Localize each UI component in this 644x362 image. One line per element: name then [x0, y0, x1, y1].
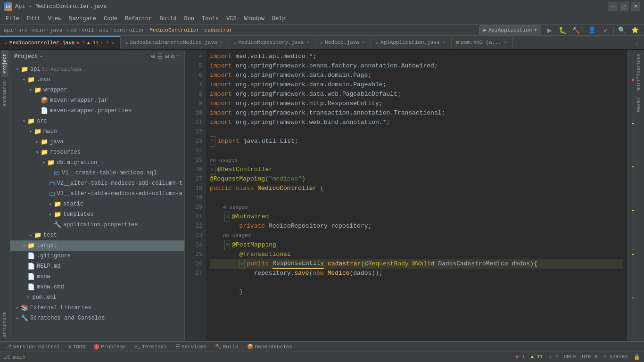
tabs-more-button[interactable]: ⋮	[632, 37, 642, 48]
menu-vcs[interactable]: VCS	[223, 15, 240, 23]
app-icon: ▶	[483, 27, 487, 33]
settings-button[interactable]: ⭐	[630, 25, 640, 35]
tree-item-external-libs[interactable]: ▸ 📚 External Libraries	[10, 303, 184, 313]
tree-item-api-root[interactable]: ▾ 📁 api C:\Api\api\api	[10, 64, 184, 74]
app-selector[interactable]: ▶ ApiApplication ▾	[479, 25, 541, 34]
tree-item-scratches[interactable]: ▸ 🔧 Scratches and Consoles	[10, 313, 184, 323]
tree-item-appprops[interactable]: 🔧 application.properties	[10, 220, 184, 230]
menu-navigate[interactable]: Navigate	[65, 15, 100, 23]
tab-medico[interactable]: ☕ Medico.java ✕	[315, 36, 371, 49]
tree-item-mvnwcmd[interactable]: 📄 mvnw.cmd	[10, 282, 184, 292]
tree-item-dbmigration[interactable]: ▾ 📁 db.migration	[10, 157, 184, 168]
tab-close-api[interactable]: ✕	[441, 39, 446, 46]
close-button[interactable]: ✕	[631, 2, 640, 11]
tree-item-mvn-jar[interactable]: 📦 maven-wrapper.jar	[10, 95, 184, 106]
breadcrumb-class[interactable]: MedicoController	[149, 27, 199, 33]
code-line-25	[210, 278, 623, 288]
tab-medicocontroller[interactable]: ☕ MedicoController.java ● 1 ▲ 11 ↓ 7 ✕	[0, 36, 121, 49]
sidebar-list-button[interactable]: ☰	[157, 52, 163, 60]
tab-close-medicocontroller[interactable]: ✕	[111, 40, 116, 46]
chevron-down-icon-sidebar[interactable]: ▾	[40, 54, 42, 59]
minimize-button[interactable]: ─	[608, 2, 618, 11]
profile-button[interactable]: 👤	[587, 25, 597, 35]
menu-view[interactable]: View	[44, 15, 66, 23]
tab-close-medico[interactable]: ✕	[361, 39, 366, 46]
menu-run[interactable]: Run	[180, 15, 198, 23]
maximize-button[interactable]: □	[619, 2, 629, 11]
tab-dadosdetalhamento[interactable]: ☕ DadosDetalhamentoMedico.java ✕	[121, 36, 229, 49]
status-encoding[interactable]: UTF-8	[582, 354, 597, 360]
breadcrumb-api[interactable]: api	[4, 27, 13, 33]
breadcrumb-src[interactable]: src	[18, 27, 27, 33]
tree-item-pomxml[interactable]: m pom.xml	[10, 292, 184, 303]
tree-item-v3-sql[interactable]: 🗃 V3__alter-table-medicos-add-collumn-a	[10, 189, 184, 199]
terminal-icon: >_	[134, 344, 140, 350]
vcs-update-button[interactable]: ↙	[600, 25, 611, 35]
run-button[interactable]: ▶	[544, 25, 554, 35]
tree-label-mvnwcmd: mvnw.cmd	[37, 284, 64, 290]
sidebar-settings-button[interactable]: ⚙	[171, 52, 174, 60]
tree-item-wrapper[interactable]: ▾ 📁 wrapper	[10, 85, 184, 95]
menu-tools[interactable]: Tools	[198, 15, 223, 23]
tab-pomxml[interactable]: m pom.xml (a... ✕	[452, 36, 513, 49]
menu-edit[interactable]: Edit	[23, 15, 44, 23]
breadcrumb-med[interactable]: med	[67, 27, 77, 33]
tree-item-mvnw[interactable]: 📄 mvnw	[10, 272, 184, 282]
tree-item-resources[interactable]: ▾ 📁 resources	[10, 147, 184, 157]
tree-item-v2-sql[interactable]: 🗃 V2__alter-table-medicos-add-collumn-t	[10, 178, 184, 189]
menu-window[interactable]: Window	[240, 15, 268, 23]
panel-tab-bookmarks[interactable]: Bookmarks	[1, 77, 8, 110]
code-editor[interactable]: import med.voll.api.medico.*; import org…	[206, 50, 627, 341]
panel-tab-notifications[interactable]: Notifications	[636, 52, 643, 92]
panel-tab-project[interactable]: Project	[1, 50, 8, 77]
bottom-tab-build[interactable]: 🔨 Build	[211, 343, 242, 351]
tab-medicorepository[interactable]: ☕ MedicoRepository.java ✕	[229, 36, 316, 49]
debug-button[interactable]: 🐛	[557, 25, 568, 35]
tree-item-java[interactable]: ▸ 📁 java	[10, 137, 184, 147]
tree-item-src[interactable]: ▾ 📁 src	[10, 116, 184, 126]
code-line-15: ⊟ @RestController	[210, 165, 623, 174]
build-button[interactable]: 🔨	[570, 25, 581, 35]
bottom-tab-problems[interactable]: ! Problems	[90, 343, 130, 351]
panel-tab-maven[interactable]: Maven	[636, 96, 643, 114]
bottom-tab-dependencies[interactable]: 📦 Dependencies	[243, 343, 296, 351]
tree-item-gitignore[interactable]: 📄 .gitignore	[10, 251, 184, 261]
status-indent[interactable]: 4 spaces	[603, 354, 628, 360]
breadcrumb-voll[interactable]: voll	[82, 27, 94, 33]
tab-label5: ApiApplication.java	[380, 40, 439, 45]
menu-code[interactable]: Code	[100, 15, 121, 23]
menu-help[interactable]: Help	[268, 15, 289, 23]
tree-item-templates[interactable]: ▸ 📁 templates	[10, 209, 184, 220]
breadcrumb-java[interactable]: java	[50, 27, 62, 33]
bottom-tab-todo[interactable]: ≡ TODO	[65, 343, 89, 351]
status-errors-red: ● 1	[516, 354, 525, 360]
bottom-tab-services[interactable]: ☰ Services	[172, 343, 210, 351]
breadcrumb-controller[interactable]: controller	[114, 27, 145, 33]
status-crlf[interactable]: CRLF	[564, 354, 576, 360]
bottom-tab-versioncontrol[interactable]: ⎇ Version Control	[2, 343, 64, 351]
sidebar-minimize-button[interactable]: ─	[177, 52, 181, 60]
tree-item-helpmd[interactable]: 📄 HELP.md	[10, 261, 184, 272]
tree-item-v1-sql[interactable]: 🗃 V1__create-table-medicos.sql	[10, 168, 184, 178]
sidebar-filter-button[interactable]: ⊟	[165, 52, 169, 60]
menu-build[interactable]: Build	[156, 15, 180, 23]
tab-close-repo[interactable]: ✕	[305, 39, 310, 46]
tree-item-static[interactable]: ▸ 📁 static	[10, 199, 184, 209]
tab-close-pom[interactable]: ✕	[503, 39, 508, 46]
sidebar-add-button[interactable]: ⊕	[151, 52, 155, 60]
menu-file[interactable]: File	[2, 15, 23, 23]
tab-close-dados[interactable]: ✕	[219, 39, 224, 46]
panel-tab-structure[interactable]: Structure	[1, 308, 8, 341]
bottom-tab-terminal[interactable]: >_ Terminal	[131, 343, 171, 351]
tree-item-target[interactable]: ▾ 📁 target	[10, 240, 184, 251]
tree-item-mvn[interactable]: ▾ 📁 .mvn	[10, 74, 184, 85]
breadcrumb-method[interactable]: cadastrar	[205, 27, 232, 33]
tab-apiapplication[interactable]: ☕ ApiApplication.java ✕	[371, 36, 451, 49]
tree-item-main[interactable]: ▾ 📁 main	[10, 126, 184, 137]
breadcrumb-main[interactable]: main	[33, 27, 45, 33]
breadcrumb-api2[interactable]: api	[99, 27, 108, 33]
menu-refactor[interactable]: Refactor	[121, 15, 156, 23]
search-everywhere-button[interactable]: 🔍	[617, 25, 627, 35]
tree-item-test[interactable]: ▸ 📁 test	[10, 230, 184, 240]
tree-item-mvn-props[interactable]: 📄 maven-wrapper.properties	[10, 106, 184, 116]
